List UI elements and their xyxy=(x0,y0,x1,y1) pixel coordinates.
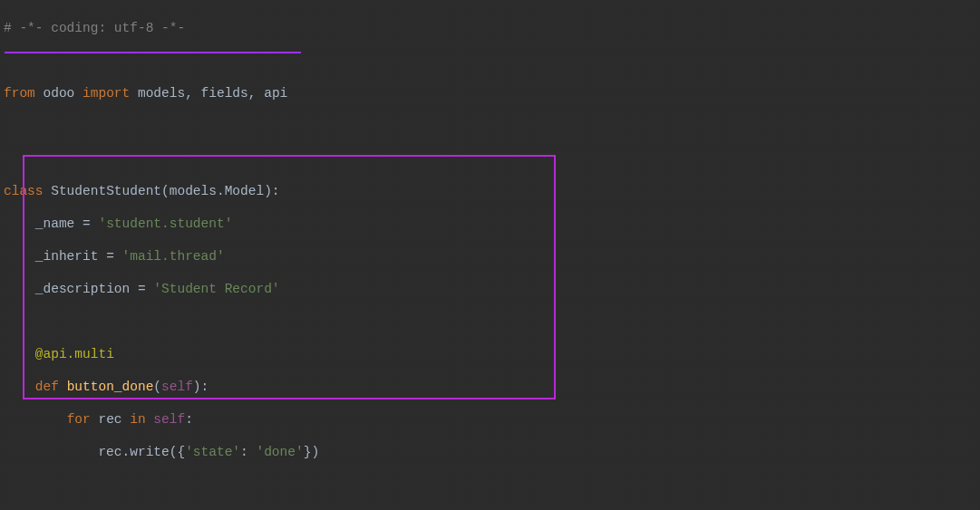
self-param: self xyxy=(161,380,193,394)
imported-names: models, fields, api xyxy=(138,86,287,101)
attr-description: _description xyxy=(35,282,130,296)
kw-in: in xyxy=(130,412,145,427)
attr-name: _name xyxy=(35,217,75,231)
kw-for: for xyxy=(67,412,91,427)
decorator: @api.multi xyxy=(35,347,114,361)
kw-from: from xyxy=(4,86,35,101)
kw-def: def xyxy=(35,380,59,394)
class-name: StudentStudent xyxy=(51,184,161,198)
base-class: models.Model xyxy=(170,184,264,198)
module-odoo: odoo xyxy=(44,86,75,101)
paren: }) xyxy=(304,445,319,459)
attr-inherit: _inherit xyxy=(35,249,99,264)
str: 'state' xyxy=(185,445,240,459)
import-underline-decoration xyxy=(5,52,301,53)
self-ref: self xyxy=(153,412,185,427)
write-call: rec.write({ xyxy=(98,445,185,459)
str: 'Student Record' xyxy=(153,282,279,296)
loop-var: rec xyxy=(98,412,121,427)
str: 'done' xyxy=(256,445,303,459)
paren: ): xyxy=(264,184,279,198)
code-editor[interactable]: # -*- coding: utf-8 -*- from odoo import… xyxy=(0,0,980,510)
str: 'mail.thread' xyxy=(122,249,225,264)
kw-class: class xyxy=(4,184,44,198)
kw-import: import xyxy=(82,86,130,101)
str: 'student.student' xyxy=(98,217,232,231)
fn-button-done: button_done xyxy=(67,380,154,394)
encoding-comment: # -*- coding: utf-8 -*- xyxy=(4,21,185,35)
